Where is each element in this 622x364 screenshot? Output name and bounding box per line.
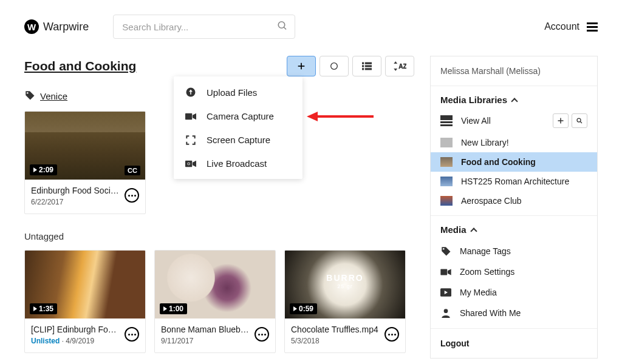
dropdown-screen-capture[interactable]: Screen Capture [174, 128, 302, 152]
chevron-up-icon [511, 98, 518, 104]
camera-icon [185, 112, 197, 121]
video-card[interactable]: BURRO25 gr 0:59 Chocolate Truffles.mp4 5… [284, 250, 406, 353]
video-date: Unlisted · 4/9/2019 [31, 337, 121, 345]
more-button[interactable] [384, 327, 399, 342]
svg-rect-7 [362, 65, 364, 67]
dropdown-label: Upload Files [207, 87, 257, 98]
video-date: 6/22/2017 [31, 198, 121, 206]
more-button[interactable] [255, 327, 269, 342]
page-title[interactable]: Food and Cooking [24, 59, 136, 73]
svg-rect-6 [365, 62, 372, 64]
account-label: Account [544, 21, 579, 32]
svg-line-27 [580, 121, 582, 123]
svg-marker-16 [193, 113, 196, 120]
logo[interactable]: W Warpwire [24, 19, 89, 34]
video-card[interactable]: 1:35 [CLIP] Edinburgh Fo… Unlisted · 4/9… [24, 250, 146, 353]
sidebar-view-all[interactable]: View All [440, 115, 491, 126]
sidebar-user: Melissa Marshall (Melissa) [431, 56, 597, 86]
sidebar-library-item[interactable]: HST225 Roman Architecture [431, 172, 597, 191]
video-title: Chocolate Truffles.mp4 [291, 325, 381, 334]
annotation-arrow [307, 109, 374, 126]
dropdown-label: Camera Capture [207, 111, 274, 121]
list-view-button[interactable] [352, 56, 381, 76]
dropdown-label: Screen Capture [207, 135, 270, 145]
svg-point-0 [279, 22, 285, 29]
play-icon [440, 287, 451, 298]
svg-rect-9 [362, 68, 364, 70]
sidebar-section-media-libraries[interactable]: Media Libraries [431, 86, 597, 111]
sidebar-section-media[interactable]: Media [431, 216, 597, 241]
logo-text: Warpwire [43, 21, 89, 33]
svg-point-4 [331, 63, 338, 70]
tag-icon [440, 246, 451, 257]
dropdown-live-broadcast[interactable]: Live Broadcast [174, 152, 302, 175]
video-duration: 1:00 [160, 303, 187, 314]
sort-button[interactable]: AZ [385, 56, 414, 76]
status-badge: Unlisted [31, 337, 60, 345]
account-menu[interactable]: Account [544, 21, 598, 32]
library-thumb-icon [440, 138, 453, 147]
video-thumbnail: 2:09 CC [25, 112, 145, 180]
dropdown-label: Live Broadcast [207, 158, 267, 169]
video-card[interactable]: 2:09 CC Edinburgh Food Soci… 6/22/2017 [24, 111, 146, 214]
sidebar: Melissa Marshall (Melissa) Media Librari… [430, 56, 598, 359]
sidebar-library-item[interactable]: New Library! [431, 133, 597, 152]
sidebar-library-item[interactable]: Aerospace Club [431, 191, 597, 211]
tag-icon [24, 90, 35, 103]
video-duration: 0:59 [290, 303, 317, 314]
sidebar-logout[interactable]: Logout [431, 329, 597, 358]
add-button[interactable] [287, 56, 316, 76]
svg-marker-12 [394, 69, 397, 70]
search-container [113, 15, 295, 39]
sidebar-add-library-button[interactable] [553, 113, 569, 128]
search-icon[interactable] [277, 21, 288, 33]
svg-rect-15 [185, 113, 192, 120]
video-duration: 1:35 [30, 303, 57, 314]
svg-point-20 [188, 163, 190, 164]
main-content: Food and Cooking AZ [24, 56, 414, 359]
more-button[interactable] [125, 188, 139, 203]
thumb-overlay-text: BURRO25 gr [326, 274, 363, 290]
dropdown-upload-files[interactable]: Upload Files [174, 80, 302, 104]
stack-icon [440, 115, 453, 126]
video-title: [CLIP] Edinburgh Fo… [31, 325, 121, 334]
sidebar-zoom-settings[interactable]: Zoom Settings [431, 261, 597, 282]
library-thumb-icon [440, 177, 453, 186]
svg-marker-11 [394, 61, 397, 63]
sidebar-library-item[interactable]: Food and Cooking [431, 152, 597, 172]
record-button[interactable] [320, 56, 349, 76]
content-header: Food and Cooking AZ [24, 56, 414, 76]
more-button[interactable] [125, 327, 139, 342]
cc-badge: CC [125, 166, 140, 175]
section-untagged: Untagged [24, 231, 414, 241]
svg-marker-22 [307, 112, 318, 121]
video-date: 9/11/2017 [161, 337, 251, 345]
sidebar-search-library-button[interactable] [572, 113, 587, 128]
video-duration: 2:09 [30, 164, 57, 175]
video-thumbnail: BURRO25 gr 0:59 [285, 251, 405, 318]
svg-marker-18 [193, 160, 196, 167]
video-thumbnail: 1:00 [155, 251, 275, 318]
video-title: Edinburgh Food Soci… [31, 186, 121, 195]
svg-rect-5 [362, 62, 364, 64]
search-input[interactable] [113, 15, 295, 39]
dropdown-camera-capture[interactable]: Camera Capture [174, 104, 302, 128]
sidebar-manage-tags[interactable]: Manage Tags [431, 241, 597, 261]
video-thumbnail: 1:35 [25, 251, 145, 318]
video-card[interactable]: 1:00 Bonne Maman Blueb… 9/11/2017 [154, 250, 276, 353]
broadcast-icon [185, 160, 197, 168]
svg-point-33 [444, 309, 448, 313]
sidebar-shared-with-me[interactable]: Shared With Me [431, 303, 597, 323]
tag-link[interactable]: Venice [40, 91, 67, 101]
svg-point-26 [577, 118, 581, 122]
chevron-up-icon [470, 228, 477, 234]
sidebar-my-media[interactable]: My Media [431, 282, 597, 303]
video-title: Bonne Maman Blueb… [161, 325, 251, 334]
svg-rect-29 [440, 269, 447, 275]
video-date: 5/3/2018 [291, 337, 381, 345]
add-dropdown: Upload Files Camera Capture Screen Captu… [174, 76, 302, 179]
person-icon [440, 308, 451, 318]
library-thumb-icon [440, 196, 453, 206]
app-header: W Warpwire Account [0, 0, 622, 46]
svg-line-1 [284, 27, 287, 30]
